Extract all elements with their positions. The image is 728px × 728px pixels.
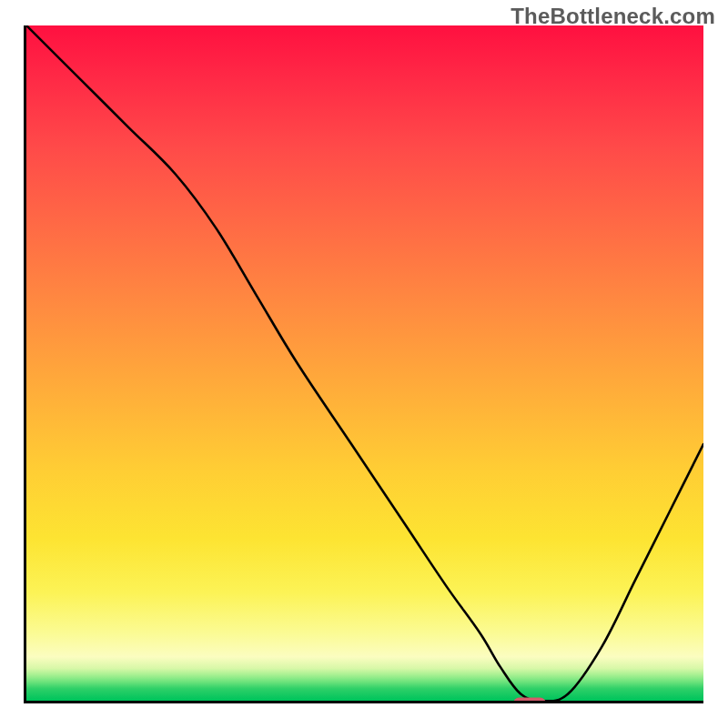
- optimal-marker: [513, 698, 546, 704]
- watermark-text: TheBottleneck.com: [511, 4, 715, 29]
- plot-area: [24, 25, 703, 703]
- chart-container: TheBottleneck.com: [0, 0, 728, 728]
- bottleneck-curve: [26, 25, 703, 701]
